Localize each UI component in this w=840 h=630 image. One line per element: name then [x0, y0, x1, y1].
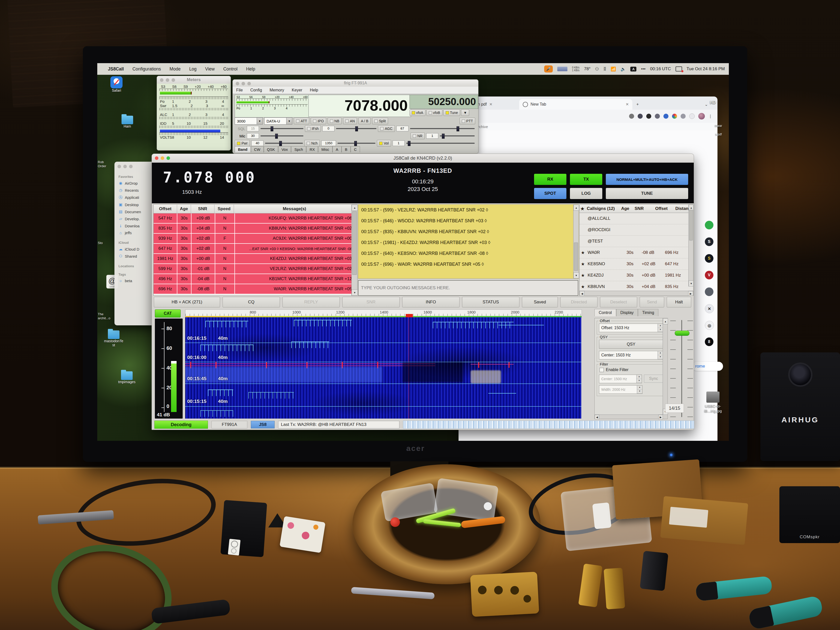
window-zoom-icon[interactable]: [129, 165, 133, 168]
window-minimize-icon[interactable]: [166, 78, 169, 82]
agc-toggle[interactable]: AGC: [378, 125, 395, 132]
scroll-up-icon[interactable]: ▲: [663, 318, 668, 324]
table-row[interactable]: 1981 Hz30s+00 dBNKE4ZDJ: WA2RRB HEARTBEA…: [153, 254, 357, 264]
scroll-right-icon[interactable]: ▶: [658, 415, 663, 419]
desktop-icon-tmpimages[interactable]: tmpimages: [115, 371, 139, 384]
flrig-menu-memory[interactable]: Memory: [270, 88, 284, 92]
ab-button[interactable]: A / B: [358, 118, 371, 124]
qsy-button[interactable]: QSY: [599, 340, 663, 349]
snr-button[interactable]: SNR: [342, 297, 399, 308]
flrig-menu-file[interactable]: File: [236, 88, 243, 92]
desktop-icon-mastodon[interactable]: mastodonTest: [102, 330, 126, 347]
directed-button[interactable]: Directed: [561, 297, 597, 308]
nr-slider[interactable]: [440, 136, 475, 136]
green-app-icon[interactable]: [705, 221, 714, 229]
menu-mode[interactable]: Mode: [169, 66, 181, 72]
scroll-left-icon[interactable]: ◀: [579, 291, 584, 296]
shield-gray-icon[interactable]: [705, 287, 714, 296]
shield-red-icon[interactable]: V: [705, 271, 714, 279]
window-close-icon[interactable]: [117, 165, 121, 168]
vol-slider[interactable]: [406, 143, 475, 144]
vfob-button[interactable]: vfoB: [426, 109, 442, 116]
flrig-tab-misc[interactable]: Misc: [318, 146, 332, 152]
nch-value[interactable]: 1350: [321, 141, 336, 146]
mode-status[interactable]: JS8: [251, 421, 275, 428]
mic-in-use-icon[interactable]: 🎤: [544, 65, 553, 73]
scroll-right-icon[interactable]: ▶: [688, 291, 693, 296]
tune-button[interactable]: TUNE: [606, 188, 688, 199]
tx-button[interactable]: TX: [570, 174, 602, 185]
menu-help[interactable]: Help: [246, 66, 255, 72]
profile-avatar[interactable]: [698, 113, 705, 120]
flrig-tab-cw[interactable]: CW: [251, 146, 264, 152]
temperature-status[interactable]: 78°: [584, 66, 591, 71]
scroll-down-icon[interactable]: ▼: [689, 280, 693, 286]
vol-value[interactable]: 1: [393, 141, 405, 146]
offset-marker[interactable]: [406, 314, 413, 317]
filter-width-spinner[interactable]: Width: 2000 Hz ▲▼: [599, 385, 643, 394]
close-tab-icon[interactable]: ✕: [625, 102, 629, 107]
flrig-title-bar[interactable]: flrig FT-991A: [233, 80, 478, 87]
pwr-toggle[interactable]: Pwr: [235, 140, 250, 147]
flrig-tab-rx[interactable]: RX: [306, 146, 318, 152]
window-zoom-icon[interactable]: [166, 156, 170, 160]
ifsh-value[interactable]: 0: [322, 126, 335, 131]
vfo-a-frequency[interactable]: 7078.000: [308, 95, 411, 117]
chrome-menu-icon[interactable]: ⋮: [708, 114, 712, 119]
callsign-row[interactable]: ★KE4ZDJ30s+00 dB1981 Hz: [579, 270, 693, 281]
sidebar-item-documents[interactable]: ▤Documen: [114, 208, 156, 215]
extension-icon[interactable]: [672, 114, 677, 119]
scroll-up-icon[interactable]: ▲: [352, 205, 358, 211]
table-row[interactable]: 496 Hz30s-04 dBNKB1MCT: WA2RRB HEARTBEAT…: [153, 274, 357, 284]
mic-value[interactable]: 30: [247, 133, 259, 139]
sql-slider[interactable]: [261, 128, 303, 129]
scroll-down-icon[interactable]: ▼: [352, 289, 358, 295]
s-gold-icon[interactable]: S: [705, 254, 714, 263]
mode-button[interactable]: NORMAL+MULTI+AUTO+HB+ACK: [606, 174, 688, 185]
send-button[interactable]: Send: [639, 297, 664, 308]
tab-timing[interactable]: Timing: [638, 309, 658, 316]
vfo-b-frequency[interactable]: 50250.000: [409, 95, 478, 109]
sidebar-item-downloads[interactable]: ⭣Downloa: [114, 222, 156, 229]
filter-center-spinner[interactable]: Center: 1500 Hz ▲▼: [599, 374, 642, 383]
input-source-icon[interactable]: A: [630, 67, 636, 71]
extension-icon[interactable]: [663, 114, 668, 119]
att-toggle[interactable]: ATT: [294, 118, 309, 124]
arrow-down-button[interactable]: ▼: [461, 109, 469, 116]
extension-icon[interactable]: [655, 114, 660, 119]
status-button[interactable]: STATUS: [462, 297, 519, 308]
flrig-tab-qsk[interactable]: QSK: [264, 146, 278, 152]
nch-toggle[interactable]: Nch: [305, 140, 320, 147]
sidebar-item-home[interactable]: ⌂jeffs: [114, 229, 156, 236]
wifi-icon[interactable]: 📶: [611, 66, 616, 72]
saved-button[interactable]: Saved: [522, 297, 558, 308]
cq-button[interactable]: CQ: [223, 297, 280, 308]
callsign-row[interactable]: ★KE8SNO30s+02 dB647 Hz: [579, 258, 693, 270]
sidebar-item-desktop[interactable]: ▣Desktop: [114, 201, 156, 208]
flrig-tab-c[interactable]: C: [351, 146, 360, 152]
rx-messages-pane[interactable]: 00:15:57 - (599) - VE2LRZ: WA2RRB HEARTB…: [358, 204, 579, 279]
sidebar-item-recents[interactable]: ◷Recents: [114, 187, 156, 194]
ptt-toggle[interactable]: PTT: [459, 118, 475, 124]
menu-configurations[interactable]: Configurations: [133, 66, 161, 72]
callsign-row[interactable]: ★WA0R30s-08 dB696 Hz: [579, 247, 693, 258]
puzzle-extensions-icon[interactable]: [681, 114, 686, 119]
rig-status[interactable]: FT991A: [212, 421, 247, 428]
scrollbar-vertical[interactable]: ▲▼: [688, 205, 693, 286]
table-row[interactable]: 696 Hz30s-08 dBNWA0R: WA2RRB HEARTBEAT S…: [153, 284, 357, 294]
sidebar-icon[interactable]: [689, 114, 695, 119]
bluetooth-icon[interactable]: ᛥ: [603, 66, 606, 71]
screen-mirroring-icon[interactable]: [676, 66, 682, 71]
pwr-slider[interactable]: [265, 143, 303, 144]
callsign-group-row[interactable]: @ROCDIGI: [579, 224, 693, 236]
spot-button[interactable]: SPOT: [534, 188, 567, 199]
reply-button[interactable]: REPLY: [283, 297, 340, 308]
scroll-up-icon[interactable]: ▲: [573, 205, 579, 211]
sidebar-item-icloud-drive[interactable]: ☁iCloud D: [114, 246, 156, 253]
sidebar-item-shared[interactable]: ⚇Shared: [114, 253, 156, 260]
star-icon[interactable]: ★: [579, 261, 586, 267]
scroll-down-icon[interactable]: ▼: [573, 272, 579, 278]
hb-ack-button[interactable]: HB + ACK (271): [154, 297, 220, 308]
ipo-toggle[interactable]: IPO: [311, 118, 326, 124]
desktop-icon-safari[interactable]: Safari: [107, 76, 126, 92]
